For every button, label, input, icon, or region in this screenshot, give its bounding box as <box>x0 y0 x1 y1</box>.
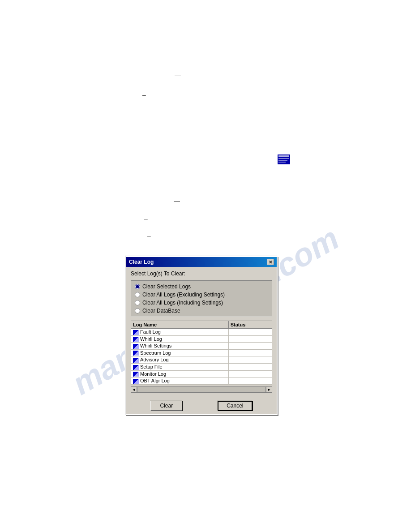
radio-label-database: Clear DataBase <box>142 308 180 314</box>
svg-rect-3 <box>278 160 287 161</box>
dialog-titlebar: Clear Log ✕ <box>126 257 277 267</box>
svg-rect-4 <box>278 162 286 163</box>
log-icon <box>133 351 139 356</box>
scroll-track[interactable] <box>137 386 266 393</box>
radio-all-including[interactable] <box>135 300 140 305</box>
log-icon <box>133 330 139 335</box>
radio-label-all-including: Clear All Logs (Including Settings) <box>142 300 223 306</box>
dash-4: – <box>144 215 148 222</box>
col-header-logname: Log Name <box>131 321 229 329</box>
clear-log-dialog: Clear Log ✕ Select Log(s) To Clear: Clea… <box>125 256 278 415</box>
log-status-cell <box>228 335 272 343</box>
dash-1: — <box>175 72 181 79</box>
log-table-body: Fault LogWhirli LogWhirli SettingsSpectr… <box>131 329 272 385</box>
table-row: Whirli Settings <box>131 343 272 350</box>
dash-2: – <box>142 91 146 99</box>
log-table: Log Name Status Fault LogWhirli LogWhirl… <box>131 321 272 385</box>
scroll-left-button[interactable]: ◄ <box>131 386 137 393</box>
table-row: Whirli Log <box>131 335 272 343</box>
log-icon <box>133 344 139 349</box>
table-row: OBT Algr Log <box>131 378 272 385</box>
log-status-cell <box>228 370 272 378</box>
dialog-body: Select Log(s) To Clear: Clear Selected L… <box>126 267 277 399</box>
dialog-close-button[interactable]: ✕ <box>267 259 274 265</box>
radio-selected-logs[interactable] <box>135 284 140 289</box>
log-name-cell: Spectrum Log <box>131 349 229 356</box>
radio-option-database[interactable]: Clear DataBase <box>135 308 268 314</box>
dash-3: — <box>174 197 180 204</box>
scroll-right-button[interactable]: ► <box>266 386 272 393</box>
log-name-cell: Advisory Log <box>131 356 229 364</box>
col-header-status: Status <box>228 321 272 329</box>
cancel-button[interactable]: Cancel <box>218 401 252 411</box>
table-row: Setup File <box>131 363 272 370</box>
log-name-cell: Monitor Log <box>131 370 229 378</box>
log-name-cell: Whirli Log <box>131 335 229 343</box>
log-name-cell: Setup File <box>131 363 229 370</box>
toolbar-icon <box>278 154 290 164</box>
radio-label-selected-logs: Clear Selected Logs <box>142 283 191 290</box>
radio-option-all-excluding[interactable]: Clear All Logs (Excluding Settings) <box>135 292 268 298</box>
log-status-cell <box>228 329 272 336</box>
table-row: Fault Log <box>131 329 272 336</box>
log-status-cell <box>228 363 272 370</box>
table-row: Spectrum Log <box>131 349 272 356</box>
log-status-cell <box>228 378 272 385</box>
table-row: Advisory Log <box>131 356 272 364</box>
log-icon <box>133 379 139 384</box>
log-icon <box>133 337 139 342</box>
log-status-cell <box>228 343 272 350</box>
horizontal-scrollbar: ◄ ► <box>131 386 272 393</box>
svg-rect-1 <box>278 155 289 157</box>
log-icon <box>133 372 139 377</box>
table-row: Monitor Log <box>131 370 272 378</box>
log-icon <box>133 358 139 363</box>
radio-option-all-including[interactable]: Clear All Logs (Including Settings) <box>135 300 268 306</box>
radio-options-group: Clear Selected Logs Clear All Logs (Excl… <box>131 280 272 317</box>
radio-database[interactable] <box>135 308 140 313</box>
log-name-cell: Whirli Settings <box>131 343 229 350</box>
log-status-cell <box>228 356 272 364</box>
log-icon <box>133 365 139 370</box>
dialog-buttons: Clear Cancel <box>126 399 277 414</box>
clear-button[interactable]: Clear <box>150 401 182 411</box>
radio-option-selected-logs[interactable]: Clear Selected Logs <box>135 283 268 290</box>
dialog-instruction: Select Log(s) To Clear: <box>131 270 272 277</box>
log-name-cell: OBT Algr Log <box>131 378 229 385</box>
dash-5: – <box>147 232 151 239</box>
top-divider <box>13 45 398 45</box>
log-status-cell <box>228 349 272 356</box>
radio-label-all-excluding: Clear All Logs (Excluding Settings) <box>142 292 225 298</box>
log-name-cell: Fault Log <box>131 329 229 336</box>
svg-rect-2 <box>278 158 289 159</box>
radio-all-excluding[interactable] <box>135 292 140 297</box>
dialog-title: Clear Log <box>129 259 154 265</box>
